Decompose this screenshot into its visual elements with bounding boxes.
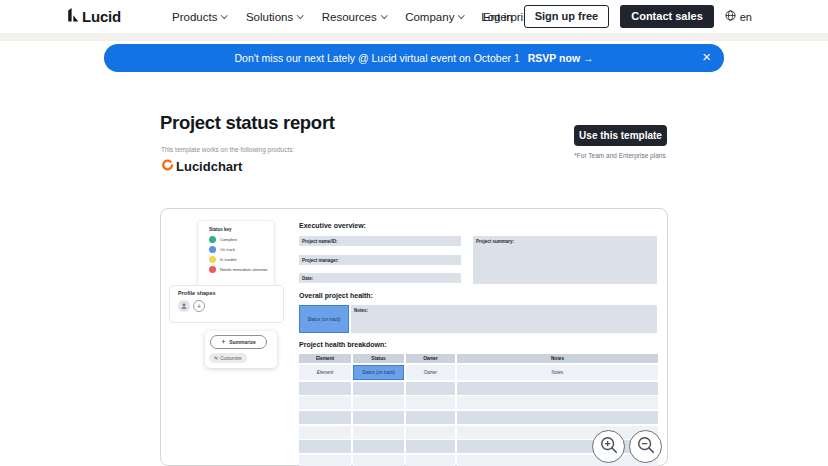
breakdown-example-row: Element Status (on track) Owner Notes [299, 365, 658, 380]
cell-element: Element [299, 365, 351, 380]
table-row [299, 396, 658, 409]
chevron-down-icon [221, 12, 227, 18]
nav-item-resources[interactable]: Resources [322, 11, 386, 23]
overall-notes-box: Notes: [351, 305, 657, 333]
status-dot-complete [209, 236, 216, 243]
template-preview-canvas: Status key Complete On track In trouble … [160, 208, 668, 466]
nav-item-company[interactable]: Company [405, 11, 464, 23]
promo-banner: Don't miss our next Lately @ Lucid virtu… [104, 44, 724, 72]
date-field: Date: [299, 273, 461, 283]
cell-notes: Notes [457, 365, 658, 380]
chevron-down-icon [297, 12, 303, 18]
profile-shapes-title: Profile shapes [178, 290, 283, 296]
status-dot-in-trouble [209, 256, 216, 263]
status-key-item: Complete [209, 236, 274, 243]
nav-actions: Log in Sign up free Contact sales en [481, 0, 752, 33]
use-this-template-button[interactable]: Use this template [574, 125, 667, 146]
language-selector[interactable]: en [725, 10, 752, 23]
lucid-logo-text: Lucid [82, 8, 121, 25]
top-navigation: Lucid Products Solutions Resources Compa… [0, 0, 828, 33]
overall-status-box: Status (on track) [299, 305, 349, 333]
language-code: en [740, 11, 752, 23]
executive-overview-title: Executive overview: [299, 222, 366, 229]
page-title: Project status report [160, 112, 335, 134]
cell-owner: Owner [406, 365, 455, 380]
profile-shapes-panel: Profile shapes + [169, 285, 284, 323]
zoom-in-icon [599, 435, 619, 459]
cell-status: Status (on track) [353, 365, 404, 380]
lucidchart-logo-text: Lucidchart [176, 159, 242, 174]
lucidchart-icon [161, 159, 173, 174]
status-key-title: Status key [209, 227, 274, 232]
summarize-button: Summarize [210, 335, 267, 349]
sliders-icon [214, 356, 218, 361]
globe-icon [725, 10, 736, 23]
plans-note: *For Team and Enterprise plans [570, 152, 670, 159]
log-in-link[interactable]: Log in [481, 11, 512, 23]
lucid-logo[interactable]: Lucid [66, 7, 121, 25]
sign-up-free-button[interactable]: Sign up free [524, 5, 610, 28]
lucidchart-logo[interactable]: Lucidchart [161, 159, 242, 174]
column-header: Element [299, 354, 351, 363]
status-key-panel: Status key Complete On track In trouble … [197, 220, 275, 287]
contact-sales-button[interactable]: Contact sales [620, 5, 714, 28]
banner-message: Don't miss our next Lately @ Lucid virtu… [235, 52, 520, 64]
column-header: Owner [406, 354, 455, 363]
nav-item-solutions[interactable]: Solutions [246, 11, 303, 23]
nav-item-products[interactable]: Products [172, 11, 227, 23]
status-dot-on-track [209, 246, 216, 253]
sparkle-icon [221, 339, 226, 345]
project-summary-box: Project summary: [473, 236, 657, 284]
project-manager-field: Project manager: [299, 255, 461, 265]
status-key-item: Needs immediate attention [209, 266, 274, 273]
products-note: This template works on the following pro… [161, 146, 294, 153]
project-name-field: Project name/ID: [299, 236, 461, 246]
header-divider-strip [0, 33, 828, 41]
table-row [299, 411, 658, 424]
close-icon[interactable]: × [702, 48, 711, 66]
lucid-logo-icon [66, 7, 79, 25]
table-row [299, 382, 658, 395]
chevron-down-icon [458, 12, 464, 18]
zoom-out-icon [636, 435, 656, 459]
chevron-down-icon [381, 12, 387, 18]
breakdown-title: Project health breakdown: [299, 341, 387, 348]
overall-health-title: Overall project health: [299, 292, 373, 299]
column-header: Status [353, 354, 404, 363]
zoom-in-button[interactable] [592, 430, 625, 463]
status-key-item: On track [209, 246, 274, 253]
status-key-item: In trouble [209, 256, 274, 263]
add-shape-icon: + [193, 300, 205, 312]
ai-popup: Summarize Customize [205, 331, 277, 368]
zoom-out-button[interactable] [629, 430, 662, 463]
customize-button: Customize [209, 353, 247, 363]
rsvp-now-link[interactable]: RSVP now → [528, 52, 594, 64]
status-dot-needs-attention [209, 266, 216, 273]
column-header: Notes [457, 354, 658, 363]
breakdown-header-row: Element Status Owner Notes [299, 354, 658, 363]
avatar-icon [178, 300, 190, 312]
